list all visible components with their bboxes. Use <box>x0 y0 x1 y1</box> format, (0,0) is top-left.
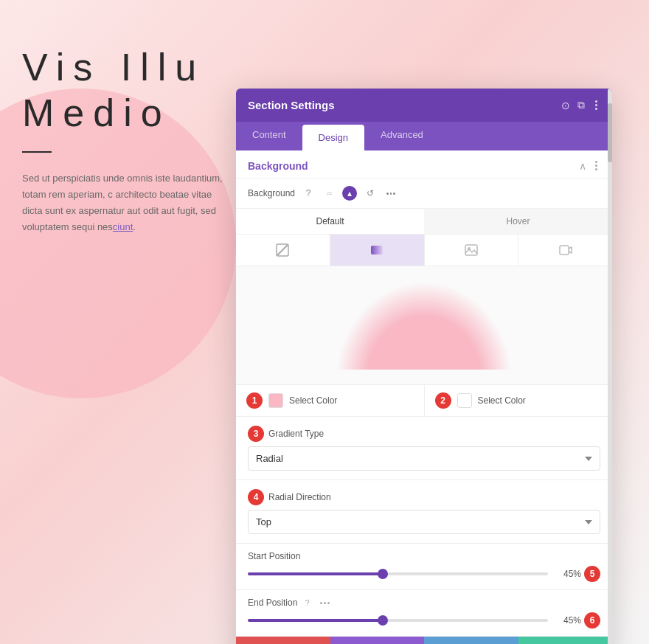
tab-advanced[interactable]: Advanced <box>364 122 440 150</box>
end-position-thumb[interactable] <box>378 615 388 626</box>
image-btn[interactable] <box>425 235 519 266</box>
end-position-fill <box>248 619 383 622</box>
radial-direction-select-wrapper: Top Center Bottom Left Right <box>248 510 600 534</box>
gradient-preview <box>236 266 612 385</box>
gradient-type-select-wrapper: Radial Linear Conical <box>248 446 600 471</box>
start-position-section: Start Position 45% 5 <box>236 544 612 590</box>
default-btn[interactable]: Default <box>236 209 424 234</box>
page-divider <box>22 151 52 153</box>
radial-direction-select[interactable]: Top Center Bottom Left Right <box>248 510 600 534</box>
radial-direction-label: 4 Radial Direction <box>248 489 600 505</box>
color-stops-row: 1 Select Color 2 Select Color <box>236 385 612 417</box>
columns-icon[interactable]: ⧉ <box>577 99 585 111</box>
badge-6: 6 <box>584 612 600 629</box>
hover-btn[interactable]: Hover <box>424 209 612 234</box>
collapse-icon[interactable]: ∧ <box>579 160 586 172</box>
color-stop-2[interactable]: 2 Select Color <box>425 385 613 416</box>
tab-design[interactable]: Design <box>302 125 364 150</box>
page-content: Vis Illu Medio Sed ut perspiciatis unde … <box>0 0 251 644</box>
section-title: Background <box>248 160 308 172</box>
tabs-row: Content Design Advanced <box>236 122 612 150</box>
no-color-btn[interactable] <box>236 235 330 266</box>
section-header-right: ∧ <box>579 159 600 172</box>
start-position-slider-row: 45% 5 <box>248 566 600 582</box>
badge-2: 2 <box>435 392 451 409</box>
start-position-track[interactable] <box>248 572 548 575</box>
end-position-value: 45% <box>555 615 581 626</box>
panel-footer: ✕ ↺ ↻ ✓ <box>236 637 612 644</box>
end-position-value-group: 45% 6 <box>555 612 600 629</box>
svg-line-0 <box>277 245 288 255</box>
title-line2: Medio <box>22 91 171 134</box>
gradient-btn[interactable] <box>330 235 425 266</box>
svg-rect-5 <box>560 246 569 255</box>
radial-direction-section: 4 Radial Direction Top Center Bottom Lef… <box>236 480 612 544</box>
badge-5: 5 <box>584 566 600 582</box>
start-position-label: Start Position <box>248 551 600 561</box>
more-options-icon[interactable] <box>592 99 600 111</box>
section-settings-panel: Section Settings ⊙ ⧉ Content Design Adva… <box>236 89 612 644</box>
start-position-thumb[interactable] <box>378 569 388 579</box>
section-more-icon[interactable] <box>592 159 600 172</box>
type-icons-row <box>236 235 612 266</box>
start-position-fill <box>248 572 383 575</box>
section-header: Background ∧ <box>236 150 612 179</box>
gradient-type-section: 3 Gradient Type Radial Linear Conical <box>236 417 612 480</box>
tab-content[interactable]: Content <box>236 122 302 150</box>
mobile-icon[interactable]: ⎓ <box>322 186 336 201</box>
end-position-help[interactable]: ? <box>305 598 309 607</box>
target-icon[interactable]: ⊙ <box>561 100 570 111</box>
svg-rect-2 <box>371 246 383 255</box>
color-stop-label-2: Select Color <box>478 395 526 406</box>
gradient-type-label: 3 Gradient Type <box>248 426 600 442</box>
undo-icon[interactable]: ↺ <box>363 186 378 201</box>
start-position-value: 45% <box>555 569 581 579</box>
body-link[interactable]: ciunt <box>113 221 133 232</box>
panel-header: Section Settings ⊙ ⧉ <box>236 89 612 122</box>
bg-controls-row: Background ? ⎓ ▴ ↺ <box>236 179 612 209</box>
end-position-section: End Position ? 45% 6 <box>236 590 612 637</box>
badge-4: 4 <box>248 489 264 505</box>
help-icon[interactable]: ? <box>301 186 316 201</box>
refresh-button[interactable]: ↻ <box>424 637 518 644</box>
end-position-track[interactable] <box>248 619 548 622</box>
scrollbar[interactable] <box>608 89 612 644</box>
gradient-shape <box>336 281 513 370</box>
panel-title: Section Settings <box>248 99 335 111</box>
gradient-type-select[interactable]: Radial Linear Conical <box>248 446 600 471</box>
color-swatch-1[interactable] <box>268 393 283 408</box>
badge-1: 1 <box>246 392 263 409</box>
bg-more-icon[interactable] <box>384 186 398 201</box>
badge-3: 3 <box>248 426 264 442</box>
scrollbar-thumb[interactable] <box>608 103 612 162</box>
end-position-label: End Position ? <box>248 598 600 608</box>
title-line1: Vis Illu <box>22 46 205 89</box>
start-position-value-group: 45% 5 <box>555 566 600 582</box>
color-swatch-2[interactable] <box>457 393 472 408</box>
default-hover-toggle: Default Hover <box>236 209 612 235</box>
gradient-active-icon[interactable]: ▴ <box>342 186 357 201</box>
page-title: Vis Illu Medio <box>22 44 229 136</box>
color-stop-label-1: Select Color <box>289 395 337 406</box>
panel-body: Background ∧ Background ? ⎓ ▴ ↺ Default … <box>236 150 612 644</box>
page-body: Sed ut perspiciatis unde omnis iste laud… <box>22 170 229 235</box>
cancel-button[interactable]: ✕ <box>236 637 330 644</box>
color-stop-1[interactable]: 1 Select Color <box>236 385 425 416</box>
confirm-button[interactable]: ✓ <box>518 637 613 644</box>
bg-label: Background <box>248 188 295 198</box>
panel-header-icons: ⊙ ⧉ <box>561 99 600 111</box>
end-position-slider-row: 45% 6 <box>248 612 600 629</box>
video-btn[interactable] <box>518 235 612 266</box>
svg-rect-3 <box>465 245 477 255</box>
reset-button[interactable]: ↺ <box>330 637 425 644</box>
end-position-more-icon[interactable] <box>317 600 333 606</box>
